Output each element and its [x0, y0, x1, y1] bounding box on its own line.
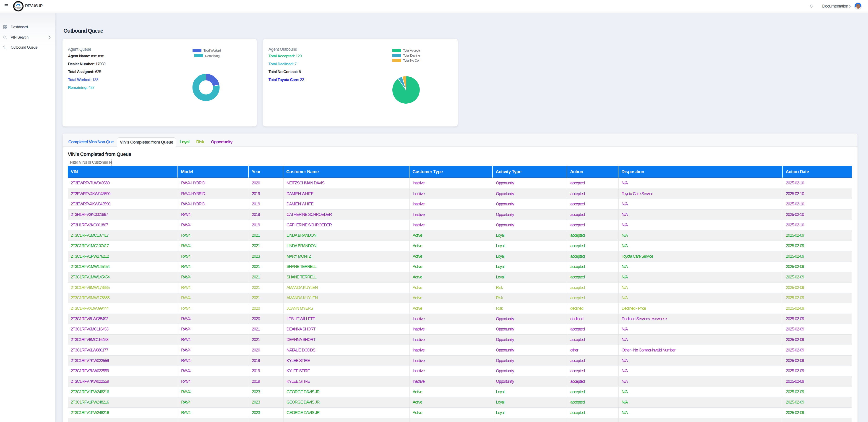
svg-text:Revusup: Revusup	[16, 6, 22, 8]
